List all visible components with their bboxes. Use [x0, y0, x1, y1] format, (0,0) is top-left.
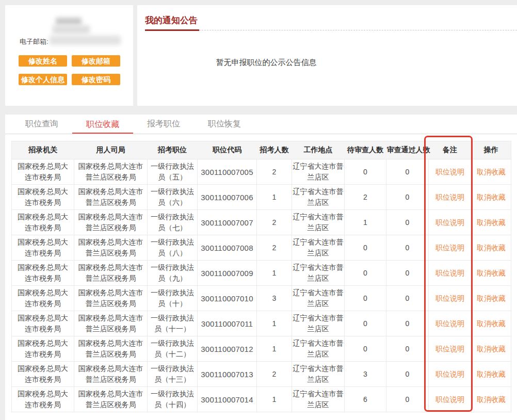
- cell-agency: 国家税务总局大连市税务局: [12, 235, 74, 261]
- cell-review-passed: 0: [386, 235, 429, 261]
- position-description-link[interactable]: 职位说明: [435, 395, 464, 403]
- position-description-link[interactable]: 职位说明: [435, 168, 464, 176]
- cancel-favorite-link[interactable]: 取消收藏: [477, 370, 506, 378]
- cell-department: 国家税务总局大连市普兰店区税务局: [74, 261, 148, 286]
- cell-code: 300110007014: [198, 387, 257, 412]
- cell-agency: 国家税务总局大连市税务局: [12, 311, 74, 336]
- tab-position-restore[interactable]: 职位恢复: [194, 115, 255, 134]
- cancel-favorite-link[interactable]: 取消收藏: [477, 395, 506, 403]
- cancel-favorite-link[interactable]: 取消收藏: [477, 294, 506, 302]
- cell-department: 国家税务总局大连市普兰店区税务局: [74, 286, 148, 311]
- position-description-link[interactable]: 职位说明: [435, 244, 464, 252]
- cell-department: 国家税务总局大连市普兰店区税务局: [74, 387, 148, 412]
- cell-review-passed: 0: [386, 362, 429, 387]
- cell-department: 国家税务总局大连市普兰店区税务局: [74, 185, 148, 210]
- email-label: 电子邮箱:: [20, 37, 49, 46]
- header-department: 用人司局: [74, 141, 148, 159]
- cell-pending-review: 0: [345, 336, 386, 362]
- position-description-link[interactable]: 职位说明: [435, 269, 464, 277]
- cell-code: 300110007008: [198, 235, 257, 261]
- modify-personal-info-button[interactable]: 修改个人信息: [19, 74, 67, 85]
- cancel-favorite-link[interactable]: 取消收藏: [477, 218, 506, 227]
- cell-pending-review: 2: [345, 185, 386, 210]
- cell-code: 300110007006: [198, 185, 257, 210]
- cell-review-passed: 0: [386, 336, 429, 362]
- cell-department: 国家税务总局大连市普兰店区税务局: [74, 235, 148, 261]
- position-description-link[interactable]: 职位说明: [435, 294, 464, 302]
- cell-location: 辽宁省大连市普兰店区: [292, 387, 345, 412]
- user-name-redacted-2: [53, 25, 90, 34]
- tab-position-search[interactable]: 职位查询: [11, 115, 72, 134]
- table-row: 国家税务总局大连市税务局 国家税务总局大连市普兰店区税务局 一级行政执法员（七）…: [12, 210, 511, 235]
- cell-location: 辽宁省大连市普兰店区: [292, 235, 345, 261]
- profile-card: 电子邮箱: 修改姓名 修改邮箱 修改个人信息 修改密码: [5, 5, 133, 106]
- profile-actions: 修改姓名 修改邮箱 修改个人信息 修改密码: [19, 55, 120, 85]
- cancel-favorite-link[interactable]: 取消收藏: [477, 319, 506, 328]
- cell-code: 300110007009: [198, 261, 257, 286]
- cell-position: 一级行政执法员（十四）: [148, 387, 198, 412]
- cell-department: 国家税务总局大连市普兰店区税务局: [74, 210, 148, 235]
- email-value-redacted: [50, 36, 121, 45]
- tab-position-favorites[interactable]: 职位收藏: [72, 115, 133, 134]
- cell-recruit-count: 1: [257, 261, 292, 286]
- tab-applied-positions[interactable]: 报考职位: [133, 115, 194, 134]
- cell-code: 300110007011: [198, 311, 257, 336]
- position-description-link[interactable]: 职位说明: [435, 218, 464, 227]
- cell-code: 300110007013: [198, 362, 257, 387]
- cancel-favorite-link[interactable]: 取消收藏: [477, 345, 506, 353]
- cell-position: 一级行政执法员（六）: [148, 185, 198, 210]
- cell-department: 国家税务总局大连市普兰店区税务局: [74, 159, 148, 185]
- header-agency: 招录机关: [12, 141, 74, 159]
- cell-agency: 国家税务总局大连市税务局: [12, 286, 74, 311]
- cell-location: 辽宁省大连市普兰店区: [292, 185, 345, 210]
- position-description-link[interactable]: 职位说明: [435, 370, 464, 378]
- table-row: 国家税务总局大连市税务局 国家税务总局大连市普兰店区税务局 一级行政执法员（十）…: [12, 286, 511, 311]
- cell-review-passed: 0: [386, 210, 429, 235]
- table-row: 国家税务总局大连市税务局 国家税务总局大连市普兰店区税务局 一级行政执法员（五）…: [12, 159, 511, 185]
- notice-divider: [199, 30, 517, 30]
- cell-agency: 国家税务总局大连市税务局: [12, 387, 74, 412]
- header-action: 操作: [472, 141, 511, 159]
- cell-pending-review: 6: [345, 387, 386, 412]
- cell-recruit-count: 2: [257, 159, 292, 185]
- cell-location: 辽宁省大连市普兰店区: [292, 159, 345, 185]
- user-name-redacted: [56, 18, 82, 25]
- position-description-link[interactable]: 职位说明: [435, 345, 464, 353]
- modify-name-button[interactable]: 修改姓名: [19, 55, 67, 67]
- cell-review-passed: 0: [386, 311, 429, 336]
- cell-pending-review: 0: [345, 261, 386, 286]
- cancel-favorite-link[interactable]: 取消收藏: [477, 193, 506, 201]
- cell-agency: 国家税务总局大连市税务局: [12, 159, 74, 185]
- position-description-link[interactable]: 职位说明: [435, 319, 464, 328]
- cell-location: 辽宁省大连市普兰店区: [292, 286, 345, 311]
- position-description-link[interactable]: 职位说明: [435, 193, 464, 201]
- table-row: 国家税务总局大连市税务局 国家税务总局大连市普兰店区税务局 一级行政执法员（九）…: [12, 261, 511, 286]
- cell-recruit-count: 3: [257, 286, 292, 311]
- cell-location: 辽宁省大连市普兰店区: [292, 261, 345, 286]
- cell-recruit-count: 1: [257, 387, 292, 412]
- header-pending-review: 待审查人数: [345, 141, 386, 159]
- cell-location: 辽宁省大连市普兰店区: [292, 336, 345, 362]
- cell-pending-review: 1: [345, 210, 386, 235]
- cell-position: 一级行政执法员（十三）: [148, 362, 198, 387]
- cell-code: 300110007005: [198, 159, 257, 185]
- notice-title: 我的通知公告: [145, 14, 199, 31]
- cell-pending-review: 0: [345, 159, 386, 185]
- table-row: 国家税务总局大连市税务局 国家税务总局大连市普兰店区税务局 一级行政执法员（十三…: [12, 362, 511, 387]
- cancel-favorite-link[interactable]: 取消收藏: [477, 269, 506, 277]
- positions-card: 职位查询 职位收藏 报考职位 职位恢复 招录机关 用人司局 招考职位 职位代码 …: [5, 115, 517, 420]
- table-header-row: 招录机关 用人司局 招考职位 职位代码 招考人数 工作地点 待审查人数 审查通过…: [12, 141, 511, 159]
- cell-code: 300110007012: [198, 336, 257, 362]
- cell-agency: 国家税务总局大连市税务局: [12, 185, 74, 210]
- cell-pending-review: 0: [345, 235, 386, 261]
- modify-email-button[interactable]: 修改邮箱: [72, 55, 120, 67]
- cell-agency: 国家税务总局大连市税务局: [12, 336, 74, 362]
- cell-review-passed: 0: [386, 387, 429, 412]
- cell-location: 辽宁省大连市普兰店区: [292, 210, 345, 235]
- cell-recruit-count: 1: [257, 336, 292, 362]
- header-code: 职位代码: [198, 141, 257, 159]
- header-position: 招考职位: [148, 141, 198, 159]
- cancel-favorite-link[interactable]: 取消收藏: [477, 168, 506, 176]
- cancel-favorite-link[interactable]: 取消收藏: [477, 244, 506, 252]
- modify-password-button[interactable]: 修改密码: [72, 74, 120, 85]
